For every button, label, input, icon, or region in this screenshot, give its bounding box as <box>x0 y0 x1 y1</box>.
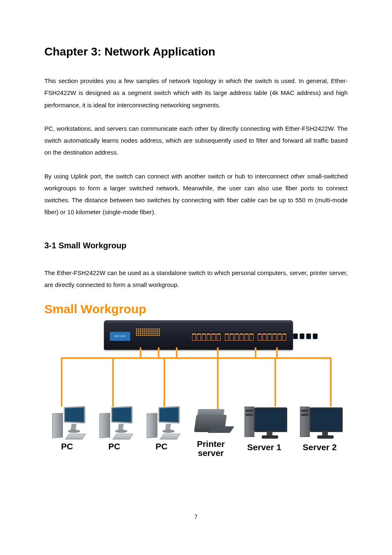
section-body: The Ether-FSH2422W can be used as a stan… <box>44 267 348 291</box>
page-number: 7 <box>44 513 348 520</box>
device-label: PC <box>61 442 73 451</box>
diagram-device-server: Server 2 <box>293 407 346 458</box>
device-label: PC <box>155 442 167 451</box>
cable <box>61 357 330 359</box>
diagram-device-server: Server 1 <box>238 407 291 458</box>
paragraph-2: PC, workstations, and servers can commun… <box>44 123 348 159</box>
diagram-device-pc: PC <box>44 407 90 458</box>
chapter-title: Chapter 3: Network Application <box>44 45 348 58</box>
diagram-device-pc: PC <box>139 407 184 458</box>
diagram-device-pc: PC <box>92 407 137 458</box>
network-diagram: Air Live <box>44 320 346 472</box>
device-label: Server 1 <box>247 443 281 452</box>
switch-brand-label: Air Live <box>110 332 130 341</box>
diagram-title: Small Workgroup <box>44 302 348 316</box>
device-label: PC <box>108 442 120 451</box>
section-title: 3-1 Small Workgroup <box>44 241 348 250</box>
device-label: Server 2 <box>303 443 337 452</box>
paragraph-3: By using Uplink port, the switch can con… <box>44 170 348 218</box>
device-label: Printer server <box>197 439 225 458</box>
network-switch-icon: Air Live <box>104 320 293 350</box>
diagram-device-printer: Printer server <box>186 407 235 458</box>
document-page: Chapter 3: Network Application This sect… <box>0 0 392 545</box>
paragraph-1: This section provides you a few samples … <box>44 75 348 111</box>
